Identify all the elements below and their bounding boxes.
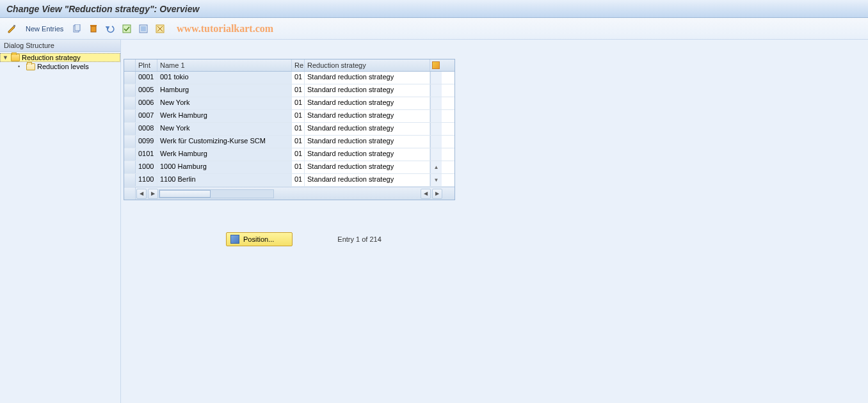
table-row: 0007Werk Hamburg01Standard reduction str…	[124, 110, 454, 123]
row-selector[interactable]	[124, 123, 136, 135]
cell-re[interactable]: 01	[292, 161, 305, 173]
row-selector-header[interactable]	[124, 59, 136, 71]
cell-re[interactable]: 01	[292, 136, 305, 148]
vertical-scroll-cell	[430, 136, 442, 148]
row-selector[interactable]	[124, 84, 136, 97]
copy-icon[interactable]	[70, 22, 84, 36]
cell-strategy[interactable]: Standard reduction strategy	[305, 97, 430, 109]
scroll-thumb[interactable]	[159, 190, 211, 198]
scroll-up-icon[interactable]: ▲	[434, 164, 439, 170]
cell-plnt[interactable]: 1100	[136, 174, 157, 186]
table-row: 0006New York01Standard reduction strateg…	[124, 97, 454, 110]
row-selector[interactable]	[124, 161, 136, 173]
tree-bullet-icon: •	[18, 63, 24, 70]
cell-re[interactable]: 01	[292, 72, 305, 84]
cell-re[interactable]: 01	[292, 84, 305, 97]
table-row: 0099Werk für Customizing-Kurse SCM01Stan…	[124, 136, 454, 148]
cell-strategy[interactable]: Standard reduction strategy	[305, 174, 430, 186]
row-selector[interactable]	[124, 110, 136, 122]
cell-plnt[interactable]: 0007	[136, 110, 157, 122]
cell-name[interactable]: Werk Hamburg	[157, 110, 292, 122]
scroll-down-icon[interactable]: ▼	[434, 177, 439, 183]
page-title: Change View "Reduction strategy": Overvi…	[6, 4, 199, 14]
title-bar: Change View "Reduction strategy": Overvi…	[0, 0, 868, 18]
cell-strategy[interactable]: Standard reduction strategy	[305, 136, 430, 148]
cell-plnt[interactable]: 1000	[136, 161, 157, 173]
cell-plnt[interactable]: 0101	[136, 148, 157, 161]
select-block-icon[interactable]	[136, 22, 150, 36]
table-row: 0005Hamburg01Standard reduction strategy	[124, 84, 454, 97]
scroll-left-icon[interactable]: ◀	[136, 189, 147, 199]
application-toolbar: New Entries www.tutorialkart.com	[0, 18, 868, 40]
cell-plnt[interactable]: 0005	[136, 84, 157, 97]
grid-configure-button[interactable]	[430, 59, 442, 71]
position-button-label: Position...	[243, 235, 274, 243]
cell-re[interactable]: 01	[292, 97, 305, 109]
vertical-scroll-cell[interactable]: ▲	[430, 161, 442, 173]
cell-name[interactable]: New York	[157, 97, 292, 109]
row-selector[interactable]	[124, 174, 136, 186]
cell-name[interactable]: Werk Hamburg	[157, 148, 292, 161]
scroll-right-icon[interactable]: ▶	[148, 189, 158, 199]
cell-strategy[interactable]: Standard reduction strategy	[305, 110, 430, 122]
tree-node-reduction-levels[interactable]: • Reduction levels	[0, 62, 120, 71]
cell-name[interactable]: New York	[157, 123, 292, 135]
column-header-plnt[interactable]: Plnt	[136, 59, 157, 71]
row-selector[interactable]	[124, 136, 136, 148]
cell-name[interactable]: Werk für Customizing-Kurse SCM	[157, 136, 292, 148]
scroll-track[interactable]	[159, 189, 274, 198]
cell-strategy[interactable]: Standard reduction strategy	[305, 84, 430, 97]
cell-plnt[interactable]: 0006	[136, 97, 157, 109]
cell-plnt[interactable]: 0001	[136, 72, 157, 84]
grid-body: 0001001 tokio01Standard reduction strate…	[124, 72, 454, 187]
scroll-right-end-icon[interactable]: ▶	[432, 189, 442, 199]
tree-node-label: Reduction strategy	[22, 54, 81, 61]
cell-name[interactable]: 1100 Berlin	[157, 174, 292, 186]
workspace: Dialog Structure ▼ Reduction strategy • …	[0, 40, 868, 403]
svg-rect-5	[123, 25, 131, 33]
cell-plnt[interactable]: 0008	[136, 123, 157, 135]
cell-plnt[interactable]: 0099	[136, 136, 157, 148]
row-selector[interactable]	[124, 72, 136, 84]
undo-icon[interactable]	[103, 22, 117, 36]
dialog-structure-sidebar: Dialog Structure ▼ Reduction strategy • …	[0, 40, 121, 403]
scroll-corner	[124, 187, 136, 200]
row-selector[interactable]	[124, 97, 136, 109]
cell-re[interactable]: 01	[292, 148, 305, 161]
position-button[interactable]: Position...	[226, 232, 293, 246]
main-content: Plnt Name 1 Re Reduction strategy 000100…	[121, 40, 868, 403]
cell-strategy[interactable]: Standard reduction strategy	[305, 72, 430, 84]
cell-name[interactable]: 001 tokio	[157, 72, 292, 84]
toggle-change-icon[interactable]	[5, 22, 19, 36]
select-all-icon[interactable]	[120, 22, 134, 36]
row-selector[interactable]	[124, 148, 136, 161]
vertical-scroll-cell[interactable]: ▼	[430, 174, 442, 186]
column-header-strategy[interactable]: Reduction strategy	[305, 59, 430, 71]
scroll-left-end-icon[interactable]: ◀	[421, 189, 431, 199]
new-entries-button[interactable]: New Entries	[22, 25, 67, 33]
tree-node-reduction-strategy[interactable]: ▼ Reduction strategy	[0, 53, 120, 62]
vertical-scroll-cell	[430, 123, 442, 135]
vertical-scroll-cell	[430, 97, 442, 109]
cell-re[interactable]: 01	[292, 174, 305, 186]
svg-rect-3	[91, 26, 96, 32]
cell-name[interactable]: Hamburg	[157, 84, 292, 97]
cell-strategy[interactable]: Standard reduction strategy	[305, 161, 430, 173]
cell-name[interactable]: 1000 Hamburg	[157, 161, 292, 173]
deselect-all-icon[interactable]	[153, 22, 167, 36]
cell-re[interactable]: 01	[292, 123, 305, 135]
cell-strategy[interactable]: Standard reduction strategy	[305, 148, 430, 161]
cell-strategy[interactable]: Standard reduction strategy	[305, 123, 430, 135]
column-header-name[interactable]: Name 1	[157, 59, 292, 71]
svg-rect-4	[90, 25, 97, 26]
data-grid: Plnt Name 1 Re Reduction strategy 000100…	[124, 59, 455, 200]
column-header-re[interactable]: Re	[292, 59, 305, 71]
cell-re[interactable]: 01	[292, 110, 305, 122]
tree: ▼ Reduction strategy • Reduction levels	[0, 52, 120, 72]
folder-closed-icon	[26, 63, 35, 70]
tree-expander-icon[interactable]: ▼	[3, 54, 9, 61]
sidebar-header: Dialog Structure	[0, 40, 120, 52]
vertical-scroll-cell	[430, 110, 442, 122]
delete-icon[interactable]	[86, 22, 100, 36]
table-row: 10001000 Hamburg01Standard reduction str…	[124, 161, 454, 174]
